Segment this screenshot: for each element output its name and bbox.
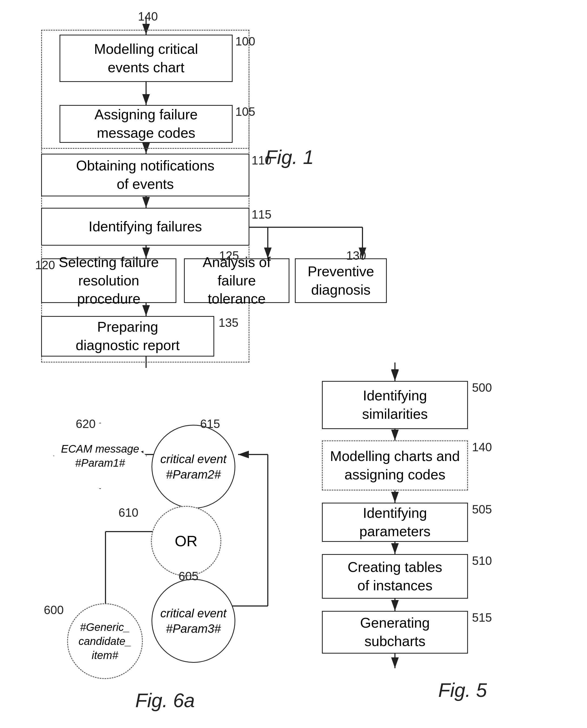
label-620: 620 <box>76 417 95 431</box>
box-modelling-critical: Modelling critical events chart <box>60 34 233 82</box>
label-600: 600 <box>44 603 64 617</box>
circle-600-text: #Generic_ candidate_ item# <box>68 620 142 662</box>
label-140: 140 <box>138 10 158 23</box>
box-similarities: Identifying similarities <box>322 381 468 429</box>
label-135: 135 <box>218 316 238 329</box>
label-500: 500 <box>472 381 492 395</box>
box-preventive: Preventive diagnosis <box>295 258 387 303</box>
box-analysis: Analysis of failure tolerance <box>184 258 289 303</box>
label-130: 130 <box>346 249 366 262</box>
label-510: 510 <box>472 554 492 568</box>
label-100: 100 <box>235 34 255 48</box>
circle-615-text: critical event #Param2# <box>152 451 235 482</box>
label-505: 505 <box>472 503 492 516</box>
box-identifying-failures: Identifying failures <box>41 208 250 245</box>
label-615: 615 <box>200 417 220 431</box>
diagram-container: 140 Modelling critical events chart 100 … <box>0 0 587 728</box>
label-605: 605 <box>179 569 198 583</box>
label-120: 120 <box>35 258 55 272</box>
diamond-ecam: ECAM message #Param1# <box>54 423 146 488</box>
fig5-title: Fig. 5 <box>438 679 487 701</box>
label-115: 115 <box>252 208 271 221</box>
box-creating-tables: Creating tables of instances <box>322 554 468 599</box>
box-identifying-params: Identifying parameters <box>322 503 468 542</box>
label-105: 105 <box>235 105 255 118</box>
label-515: 515 <box>472 611 492 625</box>
box-generating: Generating subcharts <box>322 611 468 654</box>
box-preparing: Preparing diagnostic report <box>41 316 214 356</box>
box-selecting: Selecting failure resolution procedure <box>41 258 177 303</box>
circle-600: #Generic_ candidate_ item# <box>67 603 143 679</box>
diamond-ecam-text: ECAM message #Param1# <box>54 442 146 470</box>
circle-605: critical event #Param3# <box>151 579 235 663</box>
circle-615: critical event #Param2# <box>151 425 235 509</box>
circle-610: OR <box>151 506 221 576</box>
box-obtaining: Obtaining notifications of events <box>41 154 250 196</box>
fig6a-title: Fig. 6a <box>135 689 195 711</box>
box-modelling-charts: Modelling charts and assigning codes <box>322 441 468 491</box>
label-125: 125 <box>219 249 239 262</box>
circle-605-text: critical event #Param3# <box>152 606 235 636</box>
fig1-title: Fig. 1 <box>265 146 314 168</box>
box-assigning: Assigning failure message codes <box>60 105 233 143</box>
label-610: 610 <box>118 506 138 519</box>
label-140b: 140 <box>472 441 492 454</box>
circle-610-text: OR <box>175 531 197 551</box>
